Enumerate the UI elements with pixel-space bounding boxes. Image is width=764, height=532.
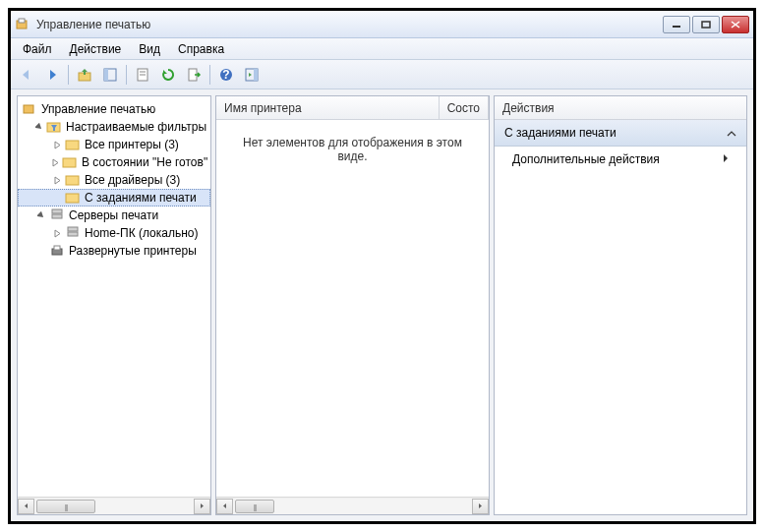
window-title: Управление печатью xyxy=(36,18,663,31)
tree-not-ready[interactable]: В состоянии "Не готов" xyxy=(18,153,210,171)
close-button[interactable] xyxy=(722,16,749,33)
printer-icon xyxy=(49,243,65,259)
list-scrollbar[interactable] xyxy=(216,497,489,514)
scroll-track[interactable] xyxy=(34,499,194,514)
scroll-left-button[interactable] xyxy=(18,499,34,514)
tree-label: Все принтеры (3) xyxy=(85,138,179,151)
tree-label: Home-ПК (локально) xyxy=(85,226,199,240)
tree-all-drivers[interactable]: Все драйверы (3) xyxy=(18,171,210,189)
svg-rect-1 xyxy=(19,19,25,23)
svg-rect-28 xyxy=(54,246,60,250)
content-area: Управление печатью Настраиваемые фильтры… xyxy=(11,89,753,521)
properties-button[interactable] xyxy=(131,63,154,87)
actions-panel: Действия С заданиями печати Дополнительн… xyxy=(494,95,747,515)
svg-rect-26 xyxy=(68,232,78,236)
column-state[interactable]: Состо xyxy=(440,96,489,119)
scroll-right-button[interactable] xyxy=(194,499,210,514)
svg-rect-20 xyxy=(63,158,76,167)
filter-icon xyxy=(65,172,81,188)
tree-panel: Управление печатью Настраиваемые фильтры… xyxy=(17,95,211,515)
svg-rect-16 xyxy=(254,69,258,81)
collapse-icon[interactable] xyxy=(35,209,47,221)
actions-section-label: С заданиями печати xyxy=(504,126,617,140)
print-management-icon xyxy=(22,101,37,117)
export-button[interactable] xyxy=(182,63,206,87)
menu-view[interactable]: Вид xyxy=(131,40,168,58)
action-more[interactable]: Дополнительные действия xyxy=(495,147,746,172)
svg-rect-19 xyxy=(66,141,79,149)
tree-deployed[interactable]: Развернутые принтеры xyxy=(18,242,210,260)
back-button xyxy=(15,63,38,87)
help-button[interactable]: ? xyxy=(214,63,238,87)
server-icon xyxy=(49,207,65,223)
collapse-up-icon xyxy=(727,126,736,140)
tree-servers[interactable]: Серверы печати xyxy=(18,207,210,224)
scroll-thumb[interactable] xyxy=(36,500,95,513)
actions-title: Действия xyxy=(495,96,746,120)
show-hide-action-button[interactable] xyxy=(240,63,264,87)
tree-home-pc[interactable]: Home-ПК (локально) xyxy=(18,224,210,242)
filter-folder-icon xyxy=(46,119,62,135)
forward-button[interactable] xyxy=(40,63,64,87)
server-icon xyxy=(65,225,81,241)
column-printer-name[interactable]: Имя принтера xyxy=(216,96,440,119)
minimize-button[interactable] xyxy=(663,16,690,33)
expand-icon[interactable] xyxy=(51,139,63,150)
tree-root[interactable]: Управление печатью xyxy=(18,100,210,118)
filter-icon xyxy=(65,190,81,206)
tree-scrollbar[interactable] xyxy=(18,497,210,514)
collapse-icon[interactable] xyxy=(35,121,44,133)
list-panel: Имя принтера Состо Нет элементов для ото… xyxy=(215,95,490,515)
titlebar[interactable]: Управление печатью xyxy=(11,11,753,38)
svg-rect-8 xyxy=(104,69,108,81)
tree-with-jobs[interactable]: С заданиями печати xyxy=(18,189,210,207)
show-hide-tree-button[interactable] xyxy=(98,63,122,87)
filter-icon xyxy=(65,137,81,152)
menu-help[interactable]: Справка xyxy=(170,40,232,58)
app-icon xyxy=(15,17,30,32)
up-button[interactable] xyxy=(73,63,96,87)
empty-message: Нет элементов для отображения в этом вид… xyxy=(216,120,489,179)
tree-all-printers[interactable]: Все принтеры (3) xyxy=(18,136,210,153)
menu-action[interactable]: Действие xyxy=(62,40,130,58)
actions-section-header[interactable]: С заданиями печати xyxy=(495,120,746,147)
scroll-left-button[interactable] xyxy=(216,499,233,514)
toolbar: ? xyxy=(11,60,753,89)
svg-rect-3 xyxy=(702,22,710,28)
scroll-right-button[interactable] xyxy=(472,499,489,514)
expand-icon[interactable] xyxy=(51,227,63,239)
svg-text:?: ? xyxy=(222,68,229,82)
chevron-right-icon xyxy=(723,152,729,166)
svg-rect-25 xyxy=(68,227,78,231)
list-header: Имя принтера Состо xyxy=(216,96,489,120)
tree-label: Настраиваемые фильтры xyxy=(66,120,206,134)
navigation-tree: Управление печатью Настраиваемые фильтры… xyxy=(18,96,210,264)
expand-icon[interactable] xyxy=(51,156,60,168)
main-window: Управление печатью Файл Действие Вид Спр… xyxy=(8,8,756,524)
tree-label: Все драйверы (3) xyxy=(85,173,180,187)
tree-label: С заданиями печати xyxy=(85,191,197,205)
tree-label: В состоянии "Не готов" xyxy=(82,155,207,169)
menu-file[interactable]: Файл xyxy=(15,40,60,58)
tree-label: Управление печатью xyxy=(41,102,155,116)
svg-rect-24 xyxy=(52,214,62,218)
svg-rect-23 xyxy=(52,209,62,213)
tree-label: Серверы печати xyxy=(69,208,158,222)
tree-filters[interactable]: Настраиваемые фильтры xyxy=(18,118,210,136)
svg-rect-22 xyxy=(66,194,79,203)
filter-icon xyxy=(62,154,78,170)
svg-rect-21 xyxy=(66,176,79,185)
menubar: Файл Действие Вид Справка xyxy=(11,38,753,60)
scroll-track[interactable] xyxy=(233,499,472,514)
scroll-thumb[interactable] xyxy=(235,500,274,513)
svg-rect-17 xyxy=(24,105,33,113)
expand-icon[interactable] xyxy=(51,174,63,186)
action-label: Дополнительные действия xyxy=(512,152,660,166)
refresh-button[interactable] xyxy=(156,63,180,87)
tree-label: Развернутые принтеры xyxy=(69,244,197,258)
maximize-button[interactable] xyxy=(692,16,720,33)
